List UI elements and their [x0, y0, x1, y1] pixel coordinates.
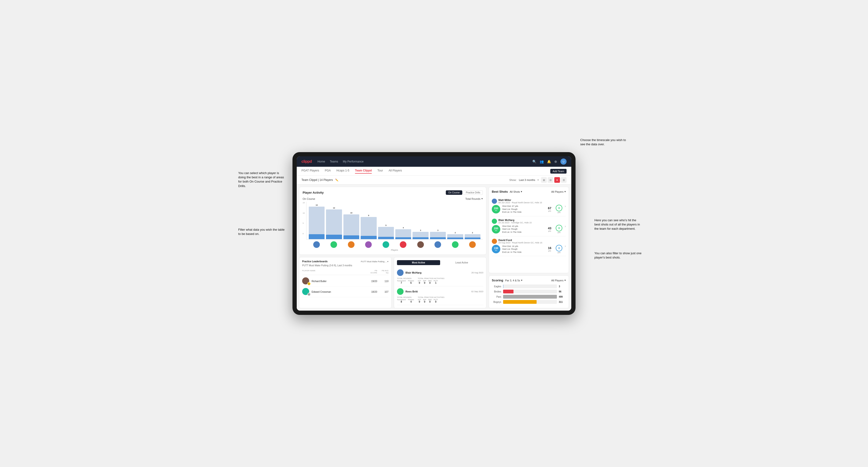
left-panel: Player Activity On Course Practice Drill… [299, 187, 486, 308]
arg-label-1: ARG [428, 280, 432, 282]
subnav-tour[interactable]: Tour [377, 169, 383, 174]
shot-detail-text-3: Shot Dist: 16 yds Start Lie: Rough End L… [502, 245, 544, 254]
avatar-b-mcharg[interactable] [313, 241, 320, 248]
shot-player-detail-1: 09 Jun 2023 · Royal North Devon GC, Hole… [498, 201, 542, 204]
chart-bars-area: 13 12 [306, 201, 483, 239]
active-player-info-2: Rees Britt [397, 288, 418, 295]
avatar-m-miller[interactable] [434, 241, 441, 248]
app-value-2: 0 [423, 301, 426, 303]
view-grid4-icon[interactable]: ⊞ [541, 177, 547, 183]
subnav-team-clippd[interactable]: Team Clippd [355, 169, 372, 174]
team-name-label: Team Clippd | 14 Players [302, 178, 333, 182]
bell-icon[interactable]: 🔔 [547, 160, 551, 163]
active-player-header-1: Blair McHarg 26 Aug 2023 [397, 269, 483, 276]
search-icon[interactable]: 🔍 [532, 160, 536, 163]
chart-dropdown[interactable]: Total Rounds ▾ [465, 197, 483, 200]
app-group-2: APP 0 [423, 299, 426, 303]
active-tabs: Most Active Least Active [397, 260, 483, 265]
scoring-count-eagles: 3 [559, 285, 566, 288]
rank-badge-2: 2 [307, 293, 311, 296]
nav-teams[interactable]: Teams [330, 159, 338, 164]
shot-metric-unit-2a: yds [548, 230, 551, 232]
scoring-filter[interactable]: Par 3, 4 & 5s ▾ [505, 279, 522, 282]
app-value-1: 0 [423, 282, 426, 284]
show-select[interactable]: Last 3 months [519, 179, 535, 181]
avatar-e-ebert[interactable] [382, 241, 389, 248]
most-active-tab[interactable]: Most Active [397, 260, 440, 265]
practice-value-2: 4 [408, 301, 414, 303]
leaderboard-table-header: PLAYER NAME PB SCORE PB AVG SQ [302, 269, 389, 275]
bar-container-5 [378, 227, 394, 239]
sg-number-3: 198 [494, 247, 498, 250]
view-list-icon[interactable]: ☰ [561, 177, 566, 183]
plus-circle-icon[interactable]: ⊕ [554, 160, 557, 163]
avatar-r-butler[interactable] [417, 241, 424, 248]
tournament-label-1: Tournament [397, 280, 406, 282]
oncourse-toggle[interactable]: On Course [446, 190, 462, 195]
activities-values-2: GTT 0 APP 0 [418, 299, 444, 303]
bar-label-3b: 3 [437, 229, 438, 231]
nav-logo: clippd [302, 159, 312, 164]
user-avatar[interactable]: U [560, 158, 566, 165]
bar-hi-5 [378, 237, 394, 239]
sg-label-1: SG [495, 210, 497, 211]
subnav-pgat[interactable]: PGAT Players [302, 169, 319, 174]
tournament-label-2: Tournament [397, 299, 406, 301]
active-player-entry-2[interactable]: Rees Britt 02 Sep 2023 Total Rounds [397, 286, 483, 305]
scoring-player-filter[interactable]: All Players ▾ [551, 279, 566, 282]
leaderboard-filter-dropdown[interactable]: PUTT Must Make Putting ... ▾ [361, 260, 389, 263]
shot-entry-3[interactable]: David Ford 24 Aug 2023 · Royal North Dev… [492, 236, 566, 256]
putt-label-1: PUTT [434, 280, 438, 282]
best-shots-filter[interactable]: All Shots ▾ [510, 190, 522, 193]
annotation-timescale: Choose the timescale you wish to see the… [580, 138, 627, 147]
putt-group-1: PUTT 1 [434, 280, 438, 284]
annotation-best-shots: Here you can see who's hit the best shot… [594, 218, 642, 231]
scoring-title: Scoring [492, 279, 503, 282]
avatar-j-coles[interactable] [365, 241, 372, 248]
bottom-left-grid: Practice Leaderboards PUTT Must Make Put… [299, 257, 486, 308]
shot-end-1: End Lie: In The Hole [502, 211, 544, 214]
practice-value-1: 6 [408, 282, 414, 284]
add-team-button[interactable]: Add Team [550, 169, 566, 174]
scoring-label-birdies: Birdies [492, 290, 501, 293]
practice-toggle[interactable]: Practice Drills [463, 190, 483, 195]
show-dropdown-arrow[interactable]: ▾ [537, 179, 539, 181]
scoring-bar-fill-pars [503, 295, 557, 299]
shot-player-name-1: Matt Miller [498, 198, 542, 201]
avatar-d-ford[interactable] [348, 241, 354, 248]
subnav-pga[interactable]: PGA [325, 169, 331, 174]
best-shots-player-filter[interactable]: All Players ▾ [551, 190, 566, 193]
avatar-e-crossman[interactable] [452, 241, 459, 248]
player-name-1: Richard Butler [312, 280, 366, 283]
avatar-g-billingham[interactable] [400, 241, 406, 248]
avatar-b-britt[interactable] [331, 241, 337, 248]
avatar-l-robertson[interactable] [469, 241, 476, 248]
shot-entry-2[interactable]: Blair McHarg 23 Jul 2023 · Ashridge GC, … [492, 216, 566, 236]
bar-hi-10 [465, 238, 480, 239]
arg-label-2: ARG [428, 299, 432, 301]
users-icon[interactable]: 👥 [540, 160, 544, 163]
subnav-all-players[interactable]: All Players [389, 169, 402, 174]
bar-r-butler: 3 [412, 229, 428, 239]
scoring-card: Scoring Par 3, 4 & 5s ▾ All Players ▾ [489, 276, 569, 308]
y-label-0: 0 [303, 232, 305, 235]
practice-activities-group-2: Total Practice Activities GTT 0 APP [418, 296, 444, 303]
subnav-hcaps[interactable]: Hcaps 1-5 [336, 169, 349, 174]
shot-player-header-1: Matt Miller 09 Jun 2023 · Royal North De… [492, 198, 563, 204]
leaderboard-row-2[interactable]: 2 Edward Crossman 18/20 107 [302, 286, 389, 297]
leaderboard-row-1[interactable]: 1 Richard Butler 19/20 110 [302, 276, 389, 286]
least-active-tab[interactable]: Least Active [440, 260, 483, 265]
view-heart-icon[interactable]: ♥ [554, 177, 560, 183]
active-player-entry-1[interactable]: Blair McHarg 26 Aug 2023 Total Rounds [397, 268, 483, 286]
gtt-label-2: GTT [418, 299, 421, 301]
nav-my-performance[interactable]: My Performance [343, 159, 364, 164]
shot-start-2: Start Lie: Rough [502, 228, 544, 231]
view-grid3-icon[interactable]: ⊟ [548, 177, 553, 183]
bar-hi-3 [343, 236, 359, 239]
nav-home[interactable]: Home [317, 159, 325, 164]
shot-entry-1[interactable]: Matt Miller 09 Jun 2023 · Royal North De… [492, 196, 566, 216]
edit-icon[interactable]: ✏️ [335, 179, 338, 182]
best-shots-player-filter-arrow: ▾ [564, 190, 566, 193]
player-activity-card: Player Activity On Course Practice Drill… [299, 187, 486, 255]
chart-container: 13 12 [306, 201, 483, 251]
